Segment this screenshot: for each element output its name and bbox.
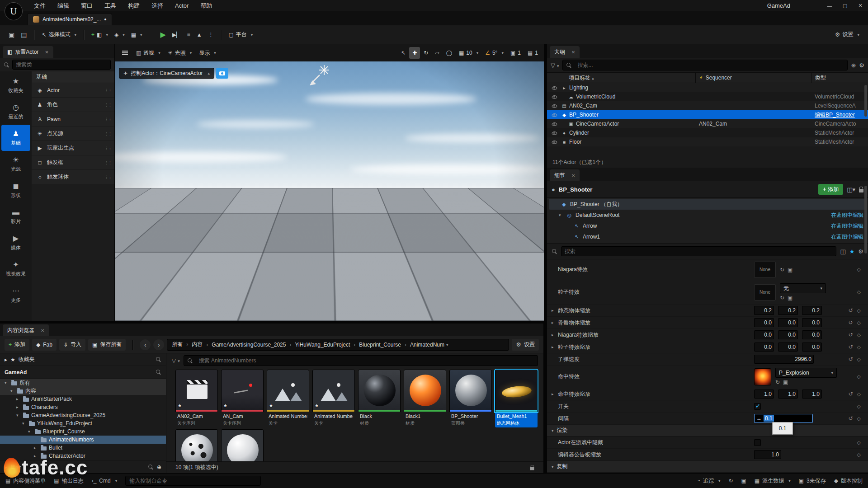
scrollbar[interactable] <box>864 186 867 253</box>
outliner-settings-icon[interactable]: ⚙ <box>859 62 864 69</box>
section-replication[interactable]: ▾复制 <box>547 461 868 473</box>
z-value-field[interactable]: 0.0 <box>802 343 822 352</box>
category-item[interactable]: ☀ 光源 <box>0 151 32 177</box>
menu-item[interactable]: 工具 <box>99 0 122 11</box>
use-selected-icon[interactable]: ↻ <box>780 295 784 301</box>
asset-tile[interactable]: ★ AN_Cam 关卡序列 <box>221 370 264 427</box>
revert-icon[interactable]: ↺ <box>848 356 853 362</box>
folder-row[interactable]: ▸ AnimStarterPack <box>0 395 166 403</box>
menu-item[interactable]: 文件 <box>28 0 52 11</box>
rotate-tool-icon[interactable]: ↻ <box>420 47 431 59</box>
settings-dropdown[interactable]: ⚙设置▾ <box>832 28 863 41</box>
close-button[interactable]: ✕ <box>853 0 868 11</box>
interval-input[interactable]: ↔ 0.1 <box>754 414 813 423</box>
category-item[interactable]: ▬ 影片 <box>0 203 32 230</box>
place-search-input[interactable] <box>12 60 111 70</box>
reset-diamond-icon[interactable]: ◇ <box>857 320 861 326</box>
outliner-header[interactable]: 项目标签 ▴ ⚡Sequencer 类型 <box>547 72 868 83</box>
reset-diamond-icon[interactable]: ◇ <box>857 267 861 272</box>
view-options-icon[interactable]: ◫▾ <box>847 186 855 193</box>
y-value-field[interactable]: 0.0 <box>778 318 798 327</box>
fab-button[interactable]: ◆Fab <box>32 339 57 351</box>
reset-diamond-icon[interactable]: ◇ <box>857 416 861 422</box>
component-row[interactable]: ◆ BP_Shooter （自我） <box>549 199 866 210</box>
search-icon[interactable] <box>148 464 154 470</box>
breadcrumb-item[interactable]: GameAdvertisingCourse_2025 <box>203 342 286 348</box>
revision-control-button[interactable]: ◆版本控制 <box>834 477 863 485</box>
x-value-field[interactable]: 0.0 <box>754 330 774 339</box>
edit-in-blueprint-link[interactable]: 在蓝图中编辑 <box>831 233 863 241</box>
asset-tile[interactable]: ★ Black 材质 <box>358 370 401 427</box>
play-button[interactable]: ▶ <box>157 28 169 41</box>
pilot-actor-pill[interactable]: ✈ 控制Actor：CineCameraActor ▴ <box>119 68 214 79</box>
new-folder-icon[interactable]: ⊕ <box>851 62 856 69</box>
panel-splitter[interactable] <box>544 44 547 473</box>
outliner-row[interactable]: ▤ AN02_Cam LevelSequenceA <box>547 101 868 110</box>
close-icon[interactable]: ✕ <box>571 50 575 55</box>
import-button[interactable]: ⇓导入 <box>59 339 85 351</box>
breadcrumb-item[interactable]: AnimatedNum <box>401 342 444 348</box>
folder-row[interactable]: ▾ Blueprint_Course <box>0 427 166 436</box>
cmd-dropdown[interactable]: ›_Cmd▾ <box>92 478 118 484</box>
bullet-speed-field[interactable]: 2996.0 <box>754 355 814 364</box>
folder-row[interactable]: AnimatedNumbers <box>0 436 166 444</box>
scale-tool-icon[interactable]: ▱ <box>432 47 442 59</box>
expander-icon[interactable]: ▾ <box>10 389 15 393</box>
y-value-field[interactable]: 0.2 <box>778 306 798 315</box>
reset-diamond-icon[interactable]: ◇ <box>857 308 861 314</box>
add-component-button[interactable]: +添加 <box>818 184 843 195</box>
reset-diamond-icon[interactable]: ◇ <box>857 440 861 446</box>
forward-button[interactable]: › <box>153 339 164 350</box>
refresh-icon[interactable]: ↻ <box>728 478 733 484</box>
drag-handle-icon[interactable]: ⋮⋮ <box>104 88 112 93</box>
drag-handle-icon[interactable]: ⋮⋮ <box>104 103 112 107</box>
details-settings-icon[interactable]: ⚙ <box>858 248 863 255</box>
add-actor-dropdown[interactable]: +◧▾ <box>88 28 111 41</box>
platforms-dropdown[interactable]: ▢平台▾ <box>226 28 256 41</box>
revert-icon[interactable]: ↺ <box>848 307 853 314</box>
unsaved-button[interactable]: ▣3未保存 <box>799 477 826 485</box>
use-selected-icon[interactable]: ↻ <box>780 267 784 273</box>
category-item[interactable]: ◼ 形状 <box>0 177 32 203</box>
editor-mode-dropdown[interactable]: ↖ 选择模式▾ <box>38 28 80 41</box>
details-search-input[interactable] <box>561 246 836 256</box>
folder-row[interactable]: ▾ YiHuWang_EduProject <box>0 419 166 427</box>
reset-diamond-icon[interactable]: ◇ <box>857 344 861 350</box>
place-actor-item[interactable]: □ 触发框 ⋮⋮ <box>32 155 114 170</box>
console-input[interactable] <box>125 476 261 486</box>
revert-icon[interactable]: ↺ <box>848 415 853 422</box>
component-row[interactable]: ↖ Arrow1 在蓝图中编辑 <box>547 231 868 242</box>
z-value-field[interactable]: 1.0 <box>802 389 822 399</box>
y-value-field[interactable]: 0.0 <box>778 343 798 352</box>
breadcrumb-bar[interactable]: 所有内容GameAdvertisingCourse_2025YiHuWang_E… <box>167 339 509 351</box>
asset-tile[interactable]: ★ AN02_Cam 关卡序列 <box>175 370 218 427</box>
reset-diamond-icon[interactable]: ◇ <box>857 357 861 362</box>
path-dropdown-icon[interactable]: ▾ <box>446 343 448 347</box>
menu-item[interactable]: 窗口 <box>75 0 99 11</box>
niagara-asset-box[interactable]: None <box>754 262 776 278</box>
asset-tile[interactable]: ★ Bullet_Mesh1 静态网格体 <box>495 370 538 427</box>
visibility-eye-icon[interactable] <box>552 85 557 90</box>
perspective-dropdown[interactable]: ▥透视▾ <box>133 47 164 59</box>
eject-button[interactable]: ▲ <box>193 28 205 41</box>
folder-row[interactable]: ▸ Characters <box>0 403 166 411</box>
outliner-tab[interactable]: 大纲✕ <box>550 46 580 58</box>
hidden-in-game-checkbox[interactable] <box>754 439 761 446</box>
close-icon[interactable]: ✕ <box>571 173 575 178</box>
filter-icon[interactable]: ▽▾ <box>551 62 559 69</box>
reset-diamond-icon[interactable]: ◇ <box>857 374 861 380</box>
x-value-field[interactable]: 0.0 <box>754 343 774 352</box>
menu-item[interactable]: Actor <box>169 0 194 11</box>
outliner-row[interactable]: ▣ CineCameraActor AN02_Cam CineCameraAct… <box>547 119 868 128</box>
frame-skip-button[interactable]: ▶▏ <box>169 28 184 41</box>
drag-handle-icon[interactable]: ⋮⋮ <box>104 175 112 179</box>
panel-splitter[interactable] <box>0 321 544 324</box>
category-item[interactable]: ♟ 基础 <box>1 125 30 151</box>
menu-item[interactable]: 编辑 <box>52 0 75 11</box>
rotation-snap-dropdown[interactable]: ∠5°▾ <box>482 47 507 59</box>
place-actors-tab[interactable]: ◧ 放置Actor ✕ <box>3 46 53 58</box>
menu-item[interactable]: 帮助 <box>194 0 218 11</box>
browse-content-icon[interactable]: ▤ <box>18 28 30 41</box>
favorites-filter-icon[interactable]: ★ <box>849 248 855 255</box>
asset-tab[interactable]: AnimatedNumbers02_... • <box>27 13 112 25</box>
